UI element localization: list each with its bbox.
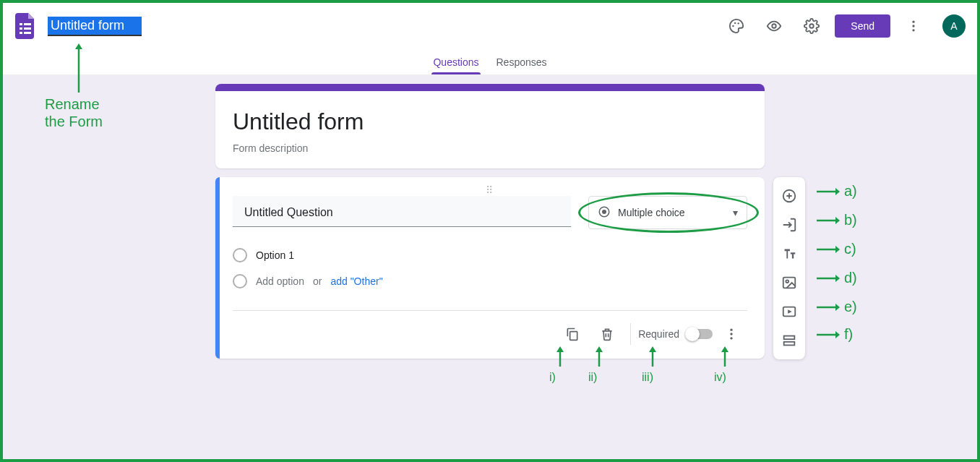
image-icon[interactable] — [773, 268, 805, 297]
radio-empty-icon — [233, 274, 247, 288]
question-type-select[interactable]: Multiple choice ▾ — [588, 196, 747, 229]
eye-icon[interactable] — [760, 12, 788, 40]
annotation-iv: iv) — [714, 365, 726, 384]
section-icon[interactable] — [773, 326, 805, 355]
radio-empty-icon — [233, 248, 247, 262]
svg-rect-4 — [20, 32, 22, 34]
annotation-e: e) — [815, 299, 857, 315]
tab-responses[interactable]: Responses — [497, 49, 547, 74]
add-option-text[interactable]: Add option — [256, 275, 304, 287]
annotation-iii: iii) — [642, 365, 653, 384]
forms-logo-icon — [14, 13, 36, 39]
text-icon[interactable] — [773, 239, 805, 268]
svg-point-15 — [602, 210, 606, 214]
gear-icon[interactable] — [797, 12, 826, 40]
tab-questions[interactable]: Questions — [433, 49, 478, 74]
annotation-d: d) — [815, 270, 857, 286]
svg-rect-2 — [20, 27, 22, 30]
svg-point-13 — [912, 29, 914, 31]
svg-rect-3 — [24, 27, 31, 30]
add-option-row: Add option or add "Other" — [233, 268, 747, 294]
radio-icon — [598, 205, 611, 221]
svg-point-6 — [733, 25, 734, 27]
copy-icon[interactable] — [556, 318, 588, 350]
form-title-input[interactable] — [48, 17, 142, 36]
palette-icon[interactable] — [722, 12, 751, 40]
form-canvas: Untitled form Form description ⠿ Multipl… — [3, 75, 977, 459]
svg-point-7 — [734, 22, 736, 24]
svg-rect-25 — [784, 342, 795, 346]
svg-point-12 — [912, 25, 914, 27]
form-title-card[interactable]: Untitled form Form description — [215, 84, 765, 168]
header: Send A — [3, 3, 977, 49]
question-card[interactable]: ⠿ Multiple choice ▾ Option 1 — [215, 177, 765, 359]
svg-point-8 — [738, 22, 739, 24]
svg-rect-0 — [20, 23, 22, 25]
annotation-i: i) — [549, 365, 556, 384]
svg-rect-16 — [570, 332, 577, 341]
form-description[interactable]: Form description — [233, 142, 747, 154]
svg-rect-1 — [24, 23, 31, 25]
required-label: Required — [638, 328, 679, 340]
question-footer: Required — [233, 310, 747, 354]
svg-rect-21 — [783, 278, 796, 288]
video-icon[interactable] — [773, 297, 805, 326]
chevron-down-icon: ▾ — [733, 207, 738, 218]
plus-circle-icon[interactable] — [773, 181, 805, 210]
svg-rect-24 — [784, 336, 795, 340]
svg-rect-5 — [24, 32, 31, 34]
option-label[interactable]: Option 1 — [256, 249, 294, 261]
svg-point-19 — [730, 337, 732, 339]
svg-point-17 — [730, 329, 732, 331]
question-title-input[interactable] — [233, 196, 571, 227]
annotation-c: c) — [815, 241, 856, 257]
divider — [630, 323, 631, 345]
drag-handle-icon[interactable]: ⠿ — [233, 184, 747, 196]
more-vert-icon[interactable] — [899, 12, 928, 40]
annotation-ii: ii) — [588, 365, 597, 384]
annotation-a: a) — [815, 183, 857, 200]
import-icon[interactable] — [773, 210, 805, 239]
annotation-b: b) — [815, 212, 857, 228]
or-text: or — [313, 275, 322, 287]
required-toggle[interactable] — [687, 329, 713, 339]
add-other-link[interactable]: add "Other" — [330, 275, 382, 287]
svg-point-11 — [912, 21, 914, 23]
svg-point-22 — [786, 280, 788, 283]
question-type-label: Multiple choice — [618, 207, 685, 218]
tabs: Questions Responses — [3, 49, 977, 75]
form-title-text[interactable]: Untitled form — [233, 108, 747, 135]
header-actions: Send A — [722, 12, 966, 40]
option-row[interactable]: Option 1 — [233, 242, 747, 268]
svg-point-9 — [773, 24, 777, 28]
svg-point-18 — [730, 333, 732, 335]
side-toolbar — [773, 177, 805, 359]
avatar[interactable]: A — [942, 14, 966, 38]
question-more-icon[interactable] — [715, 318, 747, 350]
trash-icon[interactable] — [591, 318, 623, 350]
svg-point-10 — [810, 24, 814, 28]
annotation-f: f) — [815, 326, 853, 343]
send-button[interactable]: Send — [835, 14, 890, 38]
